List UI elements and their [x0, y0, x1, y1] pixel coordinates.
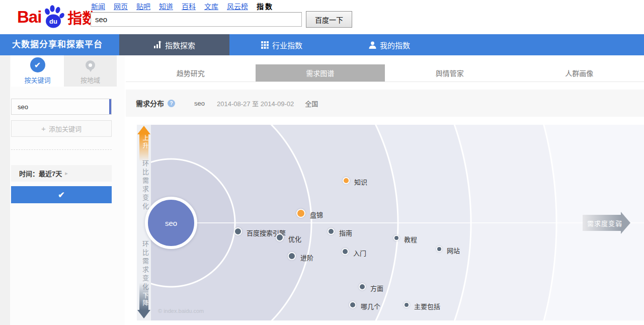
panel-title: 需求分布	[136, 98, 164, 108]
chart-point-dot[interactable]	[276, 233, 284, 241]
chevron-right-icon: ▸	[65, 170, 68, 177]
baidu-paw-icon: du	[42, 5, 65, 30]
time-filter[interactable]: 时间：最近7天 ▸	[11, 165, 112, 182]
sidebar-tab-label: 按地域	[80, 75, 100, 85]
top-link-baike[interactable]: 百科	[182, 1, 196, 11]
chart-point-dot[interactable]	[404, 302, 410, 308]
chart-center-line	[171, 222, 644, 223]
sidebar-tab-label: 按关键词	[24, 75, 50, 85]
help-icon[interactable]: ?	[168, 100, 175, 107]
sidebar: ✔ 按关键词 按地域 + 添加关键词 时间：最近7天 ▸ ✔	[0, 55, 125, 325]
chart-point-label: 优化	[288, 234, 301, 243]
panel-date-range: 2014-08-27 至 2014-09-02	[217, 99, 294, 108]
watermark: © index.baidu.com	[158, 308, 204, 314]
chart-point-dot[interactable]	[359, 283, 366, 290]
top-link-web[interactable]: 网页	[114, 1, 128, 11]
plus-icon: +	[41, 124, 46, 133]
chart-point-label: 网站	[447, 246, 460, 255]
top-link-fengyunbang[interactable]: 风云榜	[227, 1, 248, 11]
nav-item-industry-index[interactable]: 行业指数	[229, 34, 334, 55]
sidebar-tabs: ✔ 按关键词 按地域	[11, 55, 117, 87]
nav-item-label: 行业指数	[272, 40, 302, 50]
panel-header: 需求分布 ? seo 2014-08-27 至 2014-09-02 全国	[126, 90, 644, 117]
chart-point-label: 入门	[353, 248, 366, 258]
baidu-index-page: Bai du 指数 新闻 网页 贴吧 知道 百科 文库 风云榜 指数	[0, 0, 644, 325]
person-icon	[369, 41, 376, 49]
panel-region: 全国	[305, 99, 318, 108]
chart-point-dot[interactable]	[328, 228, 335, 235]
sidebar-gutter	[0, 55, 10, 325]
top-nav-links: 新闻 网页 贴吧 知道 百科 文库 风云榜 指数	[91, 1, 274, 11]
chart-point-label: 哪几个	[361, 301, 380, 311]
tab-sentiment-manager[interactable]: 舆情管家	[385, 64, 515, 82]
nav-item-label: 我的指数	[380, 40, 410, 50]
tab-demand-map[interactable]: 需求图谱	[256, 64, 385, 82]
baidu-search-button[interactable]: 百度一下	[306, 11, 352, 28]
demand-map-chart: 上升 环比需求变化 环比需求变化 下降 seo 需求度变弱 知识盘锦百度搜索引擎…	[137, 125, 644, 320]
chart-point-dot[interactable]	[349, 301, 356, 308]
chart-point-label: 主要包括	[414, 301, 440, 311]
logo-bai-text: Bai	[17, 8, 41, 27]
edit-check-icon: ✔	[30, 57, 45, 72]
chart-point-label: 方面	[370, 283, 383, 293]
x-axis-label: 需求度变弱	[586, 215, 624, 231]
location-pin-icon	[83, 57, 98, 72]
top-link-wenku[interactable]: 文库	[204, 1, 218, 11]
nav-item-index-explore[interactable]: 指数探索	[119, 34, 229, 55]
time-filter-label: 时间：最近7天	[19, 169, 62, 178]
y-axis-down-label: 下降	[141, 292, 149, 307]
y-axis-up-label: 上升	[141, 135, 149, 150]
sidebar-tab-by-keyword[interactable]: ✔ 按关键词	[11, 55, 64, 87]
confirm-button[interactable]: ✔	[11, 186, 112, 203]
down-arrow-icon	[137, 310, 150, 318]
chart-point-label: 教程	[404, 234, 417, 244]
tab-audience-profile[interactable]: 人群画像	[515, 64, 644, 82]
add-keyword-label: 添加关键词	[49, 124, 82, 133]
nav-item-my-index[interactable]: 我的指数	[334, 34, 445, 55]
keyword-input-wrap	[11, 99, 112, 115]
center-keyword-bubble[interactable]: seo	[145, 197, 197, 249]
chart-point-dot[interactable]	[436, 246, 442, 252]
nav-item-label: 指数探索	[165, 40, 195, 50]
chart-point-dot[interactable]	[343, 177, 350, 184]
main-nav-bar: 大数据分享和探索平台 指数探索 行业指数	[0, 34, 644, 55]
keyword-input-accent	[109, 99, 111, 114]
top-link-zhidao[interactable]: 知道	[159, 1, 173, 11]
panel-keyword: seo	[194, 100, 205, 107]
chart-point-dot[interactable]	[393, 235, 399, 241]
top-link-tieba[interactable]: 贴吧	[136, 1, 150, 11]
check-icon: ✔	[58, 191, 64, 199]
chart-point-label: 进阶	[300, 253, 313, 262]
search-input[interactable]	[91, 12, 302, 27]
baidu-logo[interactable]: Bai du 指数	[17, 3, 97, 31]
chart-point-label: 指南	[339, 228, 352, 237]
svg-text:du: du	[49, 18, 57, 25]
chart-point-label: 盘锦	[310, 210, 323, 219]
chart-point-dot[interactable]	[342, 248, 349, 255]
up-arrow-icon	[137, 126, 150, 134]
tab-trend-research[interactable]: 趋势研究	[126, 64, 256, 82]
chart-point-label: 知识	[354, 177, 367, 187]
top-link-news[interactable]: 新闻	[91, 1, 105, 11]
chart-point-dot[interactable]	[296, 209, 305, 218]
grid-icon	[261, 41, 269, 49]
chart-point-dot[interactable]	[234, 227, 242, 235]
sidebar-tab-by-region[interactable]: 按地域	[64, 55, 117, 87]
chart-point-dot[interactable]	[288, 252, 296, 260]
sidebar-divider	[11, 149, 112, 150]
keyword-input[interactable]	[12, 99, 111, 114]
bar-chart-icon	[153, 41, 162, 49]
platform-title: 大数据分享和探索平台	[0, 34, 119, 55]
y-axis-label-top: 环比需求变化	[140, 160, 150, 211]
x-axis-arrow: 需求度变弱	[583, 215, 630, 231]
add-keyword-button[interactable]: + 添加关键词	[11, 120, 112, 137]
top-link-index-current: 指数	[257, 1, 274, 11]
content-tab-bar: 趋势研究 需求图谱 舆情管家 人群画像	[126, 64, 644, 82]
top-header: Bai du 指数 新闻 网页 贴吧 知道 百科 文库 风云榜 指数	[0, 0, 644, 34]
